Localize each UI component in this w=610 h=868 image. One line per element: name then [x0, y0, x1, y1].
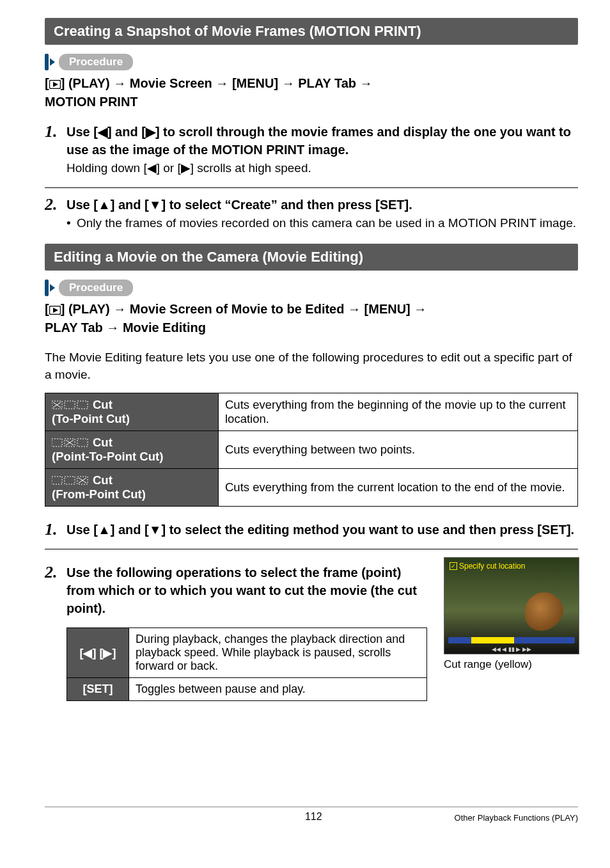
- footer-reference: Other Playback Functions (PLAY): [455, 813, 578, 823]
- procedure-heading: Procedure: [45, 280, 578, 296]
- bullet-text: Only the frames of movies recorded on th…: [77, 215, 576, 232]
- crumb-part: Movie Editing: [119, 320, 206, 335]
- crumb-part: MOTION PRINT: [45, 95, 138, 109]
- play-mode-icon: [49, 306, 61, 315]
- step-body: Holding down [◀] or [▶] scrolls at high …: [66, 160, 578, 177]
- crumb-part: PLAY Tab: [45, 320, 106, 335]
- deer-graphic: [525, 592, 563, 631]
- step-title: Use the following operations to select t…: [66, 564, 427, 617]
- cut-to-point-icon: [52, 400, 89, 410]
- crumb-part: ] (PLAY): [61, 76, 114, 90]
- arrow-icon: →: [113, 76, 126, 90]
- playback-controls-icon: ◀◀ ◀ ▮▮ ▶ ▶▶: [444, 646, 579, 652]
- table-row: Cut (To-Point Cut) Cuts everything from …: [45, 393, 578, 430]
- crumb-part: ] (PLAY): [61, 302, 114, 316]
- svg-rect-14: [52, 477, 62, 484]
- cut-sublabel: (To-Point Cut): [52, 412, 212, 426]
- arrow-icon: →: [106, 320, 119, 335]
- step-number: 1.: [45, 123, 66, 141]
- arrow-icon: →: [215, 76, 228, 90]
- svg-rect-15: [65, 477, 75, 484]
- cut-point-to-point-icon: [52, 438, 89, 448]
- step-title: Use [▲] and [▼] to select the editing me…: [66, 521, 574, 539]
- svg-rect-7: [65, 401, 75, 409]
- arrow-icon: →: [348, 302, 361, 316]
- camera-screenshot: ✓ Specify cut location ◀◀ ◀ ▮▮ ▶ ▶▶: [444, 557, 579, 654]
- section-title-movie-editing: Editing a Movie on the Camera (Movie Edi…: [45, 244, 578, 271]
- arrow-icon: →: [414, 302, 426, 316]
- screenshot-caption: Cut range (yellow): [444, 658, 578, 671]
- arrow-icon: →: [360, 76, 373, 90]
- arrow-icon: →: [113, 302, 126, 316]
- cut-sublabel: (From-Point Cut): [52, 487, 212, 501]
- cut-from-point-header: Cut (From-Point Cut): [45, 468, 219, 506]
- check-icon: ✓: [450, 562, 457, 570]
- step-1-movie-editing: 1. Use [▲] and [▼] to select the editing…: [45, 521, 578, 539]
- procedure-heading: Procedure: [45, 54, 578, 70]
- table-row: [SET] Toggles between pause and play.: [67, 678, 427, 701]
- procedure-bar-icon: [45, 280, 49, 296]
- procedure-pill: Procedure: [59, 280, 133, 296]
- cut-label: Cut: [93, 398, 113, 412]
- breadcrumb-motion-print: [] (PLAY) → Movie Screen → [MENU] → PLAY…: [45, 74, 578, 111]
- op-desc: During playback, changes the playback di…: [129, 628, 427, 678]
- cut-sublabel: (Point-To-Point Cut): [52, 450, 212, 464]
- table-row: Cut (Point-To-Point Cut) Cuts everything…: [45, 430, 578, 468]
- step-title: Use [◀] and [▶] to scroll through the mo…: [66, 123, 578, 159]
- separator: [45, 549, 578, 549]
- separator: [45, 187, 578, 188]
- intro-text: The Movie Editing feature lets you use o…: [45, 349, 578, 384]
- step-number: 2.: [45, 196, 66, 214]
- crumb-part: [MENU]: [361, 302, 414, 316]
- cut-label: Cut: [93, 473, 113, 487]
- procedure-pill: Procedure: [59, 54, 133, 70]
- bullet-icon: •: [66, 215, 77, 232]
- svg-marker-3: [53, 308, 58, 313]
- crumb-part: Movie Screen of Movie to be Edited: [126, 302, 348, 316]
- page-footer: 112 Other Playback Functions (PLAY): [45, 807, 578, 823]
- breadcrumb-movie-editing: [] (PLAY) → Movie Screen of Movie to be …: [45, 300, 578, 337]
- crumb-part: PLAY Tab: [295, 76, 360, 90]
- crumb-part: [: [45, 76, 49, 90]
- cut-desc: Cuts everything between two points.: [219, 430, 578, 468]
- procedure-bar-icon: [45, 54, 49, 70]
- cut-desc: Cuts everything from the current locatio…: [219, 468, 578, 506]
- cut-range-bar: [448, 637, 575, 643]
- svg-rect-8: [77, 401, 88, 409]
- step-2-movie-editing: 2. Use the following operations to selec…: [45, 557, 578, 701]
- crumb-part: [: [45, 302, 49, 316]
- screenshot-label: ✓ Specify cut location: [450, 562, 525, 571]
- crumb-part: Movie Screen: [126, 76, 215, 90]
- op-desc: Toggles between pause and play.: [129, 678, 427, 701]
- page-number: 112: [173, 811, 455, 823]
- table-row: [◀] [▶] During playback, changes the pla…: [67, 628, 427, 678]
- arrow-icon: →: [282, 76, 295, 90]
- operations-table: [◀] [▶] During playback, changes the pla…: [66, 627, 427, 701]
- play-mode-icon: [49, 80, 61, 89]
- cut-desc: Cuts everything from the beginning of th…: [219, 393, 578, 430]
- svg-rect-9: [52, 439, 62, 446]
- table-row: Cut (From-Point Cut) Cuts everything fro…: [45, 468, 578, 506]
- procedure-arrow-icon: [50, 58, 55, 66]
- crumb-part: [MENU]: [228, 76, 281, 90]
- op-keys: [◀] [▶]: [67, 628, 129, 678]
- cut-label: Cut: [93, 436, 113, 450]
- cut-to-point-header: Cut (To-Point Cut): [45, 393, 219, 430]
- screenshot-label-text: Specify cut location: [459, 562, 525, 571]
- cut-point-to-point-header: Cut (Point-To-Point Cut): [45, 430, 219, 468]
- svg-marker-1: [53, 82, 58, 87]
- step-number: 1.: [45, 521, 66, 539]
- svg-rect-13: [77, 439, 88, 446]
- cut-from-point-icon: [52, 475, 89, 485]
- step-2-motion-print: 2. Use [▲] and [▼] to select “Create” an…: [45, 196, 578, 232]
- cut-methods-table: Cut (To-Point Cut) Cuts everything from …: [45, 393, 578, 507]
- section-title-motion-print: Creating a Snapshot of Movie Frames (MOT…: [45, 18, 578, 45]
- step-title: Use [▲] and [▼] to select “Create” and t…: [66, 196, 412, 214]
- step-bullet: • Only the frames of movies recorded on …: [66, 215, 578, 232]
- procedure-arrow-icon: [50, 284, 55, 292]
- op-keys: [SET]: [67, 678, 129, 701]
- step-number: 2.: [45, 564, 66, 582]
- step-1-motion-print: 1. Use [◀] and [▶] to scroll through the…: [45, 123, 578, 177]
